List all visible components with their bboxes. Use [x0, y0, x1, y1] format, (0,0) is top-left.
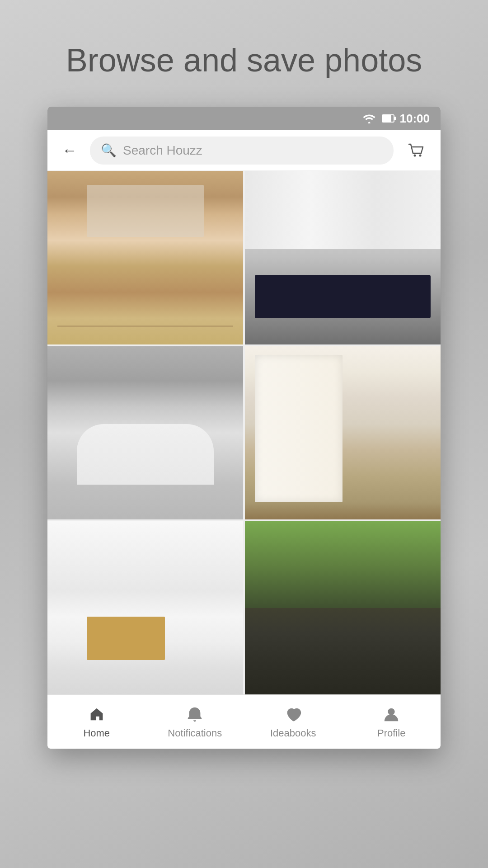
home-icon [87, 705, 106, 724]
photo-cell[interactable] [47, 171, 243, 344]
photo-image [245, 346, 441, 519]
page-title: Browse and save photos [48, 41, 440, 80]
svg-point-0 [414, 154, 416, 156]
cart-icon [406, 141, 426, 160]
photo-cell[interactable] [245, 171, 441, 344]
nav-label-notifications: Notifications [168, 727, 222, 739]
photo-cell[interactable] [245, 346, 441, 519]
nav-item-profile[interactable]: Profile [343, 695, 441, 749]
search-placeholder-text: Search Houzz [123, 143, 202, 158]
photo-cell[interactable] [245, 521, 441, 694]
back-arrow-icon: ← [62, 142, 77, 159]
svg-point-1 [419, 154, 422, 156]
photo-image [47, 521, 243, 694]
svg-point-2 [388, 708, 395, 715]
battery-icon [382, 114, 394, 123]
phone-frame: 10:00 ← 🔍 Search Houzz [47, 107, 441, 749]
profile-icon [382, 705, 401, 724]
back-button[interactable]: ← [58, 139, 81, 162]
photo-image [47, 171, 243, 344]
wifi-icon [362, 113, 376, 123]
search-icon: 🔍 [101, 143, 117, 158]
bottom-navigation: Home Notifications Ideabooks Profile [47, 694, 441, 749]
notifications-icon [185, 705, 204, 724]
photo-image [245, 521, 441, 694]
status-bar: 10:00 [47, 107, 441, 130]
search-bar[interactable]: 🔍 Search Houzz [90, 137, 394, 165]
photo-image [245, 171, 441, 344]
photo-cell[interactable] [47, 521, 243, 694]
photo-grid [47, 171, 441, 694]
nav-item-notifications[interactable]: Notifications [146, 695, 244, 749]
nav-item-ideabooks[interactable]: Ideabooks [244, 695, 343, 749]
cart-button[interactable] [403, 137, 430, 164]
nav-label-profile: Profile [377, 727, 405, 739]
app-header: ← 🔍 Search Houzz [47, 130, 441, 171]
photo-image [47, 346, 243, 519]
nav-label-home: Home [83, 727, 110, 739]
status-time: 10:00 [400, 112, 430, 126]
ideabooks-icon [284, 705, 303, 724]
nav-item-home[interactable]: Home [47, 695, 146, 749]
nav-label-ideabooks: Ideabooks [270, 727, 316, 739]
photo-cell[interactable] [47, 346, 243, 519]
